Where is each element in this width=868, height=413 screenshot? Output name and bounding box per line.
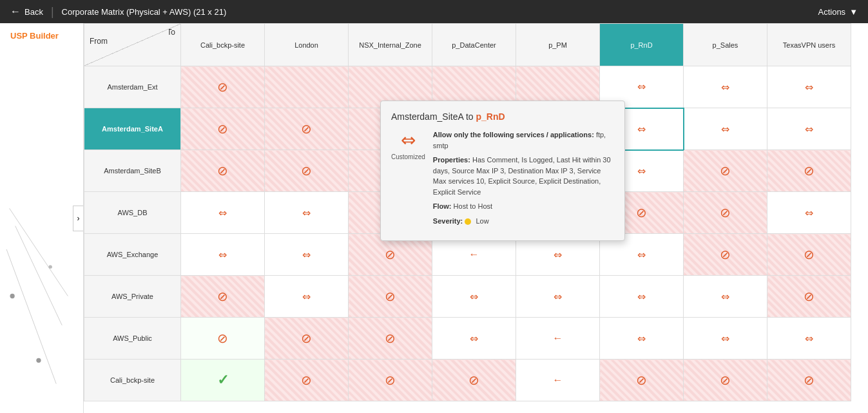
topbar-left: ← Back | Corporate Matrix (Physical + AW… [10, 5, 226, 19]
cell-0-6[interactable]: ⇔ [684, 66, 767, 108]
tooltip-severity-label: Severity: [433, 217, 463, 225]
block-icon: ⊘ [720, 373, 731, 387]
col-header-2: NSX_Internal_Zone [349, 24, 432, 66]
arrows-icon: ⇔ [302, 207, 311, 218]
cell-1-1[interactable]: ⊘ [265, 108, 349, 150]
arrows-icon: ⇔ [637, 81, 646, 92]
cell-4-6[interactable]: ⊘ [684, 234, 767, 276]
arrows-icon: ⇔ [218, 249, 227, 260]
cell-6-6[interactable]: ⇔ [684, 318, 767, 360]
block-icon: ⊘ [301, 122, 312, 136]
cell-3-0[interactable]: ⇔ [181, 192, 265, 234]
cell-2-6[interactable]: ⊘ [684, 150, 767, 192]
cell-6-7[interactable]: ⇔ [767, 318, 851, 360]
cell-7-2[interactable]: ⊘ [349, 360, 432, 401]
cell-7-3[interactable]: ⊘ [432, 360, 516, 401]
cell-4-1[interactable]: ⇔ [265, 234, 349, 276]
cell-2-0[interactable]: ⊘ [181, 150, 265, 192]
collapse-handle[interactable]: › [73, 206, 83, 231]
cell-4-7[interactable]: ⊘ [767, 234, 851, 276]
collapse-icon: › [77, 214, 80, 223]
cell-3-1[interactable]: ⇔ [265, 192, 349, 234]
svg-line-2 [6, 249, 56, 384]
block-icon: ⊘ [217, 122, 228, 136]
actions-button[interactable]: Actions ▼ [818, 7, 858, 17]
sidebar: USP Builder › [0, 23, 84, 413]
arrows-icon: ⇔ [302, 249, 311, 260]
table-row: AWS_Private ⊘ ⇔ ⊘ ⇔ ⇔ ⇔ ⇔ ⊘ [84, 276, 851, 318]
col-header-1: London [265, 24, 349, 66]
row-header-2: Amsterdam_SiteB [84, 150, 181, 192]
block-icon: ⊘ [301, 331, 312, 345]
svg-point-4 [36, 358, 41, 363]
header-row: To From Cali_bckp-site London NSX_Intern… [84, 24, 851, 66]
table-row: AWS_Public ⊘ ⊘ ⊘ ⇔ ← ⇔ ⇔ ⇔ [84, 318, 851, 360]
arrows-icon: ⇔ [805, 207, 813, 218]
cell-7-0[interactable]: ✓ [181, 360, 265, 401]
block-icon: ⊘ [217, 80, 228, 94]
cell-5-3[interactable]: ⇔ [432, 276, 516, 318]
cell-3-6[interactable]: ⊘ [684, 192, 767, 234]
cell-6-4[interactable]: ← [516, 318, 600, 360]
cell-6-3[interactable]: ⇔ [432, 318, 516, 360]
cell-0-1[interactable] [265, 66, 349, 108]
arrows-icon: ⇔ [637, 291, 646, 302]
tooltip-flow-value: Host to Host [454, 202, 493, 210]
back-button[interactable]: ← Back [10, 6, 43, 17]
tooltip-properties-label: Properties: [433, 156, 470, 164]
matrix-area[interactable]: To From Cali_bckp-site London NSX_Intern… [84, 23, 868, 413]
cell-5-7[interactable]: ⊘ [767, 276, 851, 318]
tooltip-popup: Amsterdam_SiteA to p_RnD ⇔ Customized Al… [380, 101, 625, 241]
block-icon: ⊘ [720, 206, 731, 220]
severity-dot-icon [465, 218, 471, 225]
block-icon: ⊘ [804, 289, 815, 303]
arrows-icon: ⇔ [637, 124, 646, 135]
arrows-icon: ⇔ [721, 82, 729, 93]
cell-5-5[interactable]: ⇔ [600, 276, 684, 318]
arrows-icon: ⇔ [805, 82, 813, 93]
block-icon: ⊘ [468, 373, 479, 387]
cell-5-4[interactable]: ⇔ [516, 276, 600, 318]
cell-7-1[interactable]: ⊘ [265, 360, 349, 401]
actions-chevron-icon: ▼ [849, 7, 858, 17]
cell-7-5[interactable]: ⊘ [600, 360, 684, 401]
row-header-1: Amsterdam_SiteA [84, 108, 181, 150]
arrows-icon: ⇔ [470, 291, 478, 302]
cell-1-6[interactable]: ⇔ [684, 108, 767, 150]
cell-0-7[interactable]: ⇔ [767, 66, 851, 108]
cell-6-5[interactable]: ⇔ [600, 318, 684, 360]
cell-0-0[interactable]: ⊘ [181, 66, 265, 108]
tooltip-connector: to [466, 111, 476, 122]
main-layout: USP Builder › To From [0, 23, 868, 413]
tooltip-arrows-icon: ⇔ [401, 130, 416, 151]
topbar: ← Back | Corporate Matrix (Physical + AW… [0, 0, 868, 23]
row-header-4: AWS_Exchange [84, 234, 181, 276]
cell-4-0[interactable]: ⇔ [181, 234, 265, 276]
cell-6-1[interactable]: ⊘ [265, 318, 349, 360]
cell-6-2[interactable]: ⊘ [349, 318, 432, 360]
sidebar-usp-builder-label[interactable]: USP Builder [0, 31, 69, 41]
cell-7-4[interactable]: ← [516, 360, 600, 401]
cell-6-0[interactable]: ⊘ [181, 318, 265, 360]
tooltip-body: ⇔ Customized Allow only the following se… [391, 130, 614, 230]
cell-7-6[interactable]: ⊘ [684, 360, 767, 401]
arrows-icon: ⇔ [470, 333, 478, 344]
cell-7-7[interactable]: ⊘ [767, 360, 851, 401]
cell-3-7[interactable]: ⇔ [767, 192, 851, 234]
block-icon: ⊘ [804, 373, 815, 387]
cell-2-1[interactable]: ⊘ [265, 150, 349, 192]
cell-1-0[interactable]: ⊘ [181, 108, 265, 150]
tooltip-source: Amsterdam_SiteA [391, 111, 463, 122]
block-icon: ⊘ [804, 247, 815, 262]
cell-5-6[interactable]: ⇔ [684, 276, 767, 318]
col-header-6: p_Sales [684, 24, 767, 66]
cell-5-1[interactable]: ⇔ [265, 276, 349, 318]
cell-5-0[interactable]: ⊘ [181, 276, 265, 318]
cell-2-7[interactable]: ⊘ [767, 150, 851, 192]
block-icon: ⊘ [804, 164, 815, 178]
cell-5-2[interactable]: ⊘ [349, 276, 432, 318]
tooltip-flow: Flow: Host to Host [433, 201, 614, 212]
block-icon: ⊘ [385, 247, 396, 262]
tooltip-title: Amsterdam_SiteA to p_RnD [391, 111, 614, 122]
cell-1-7[interactable]: ⇔ [767, 108, 851, 150]
